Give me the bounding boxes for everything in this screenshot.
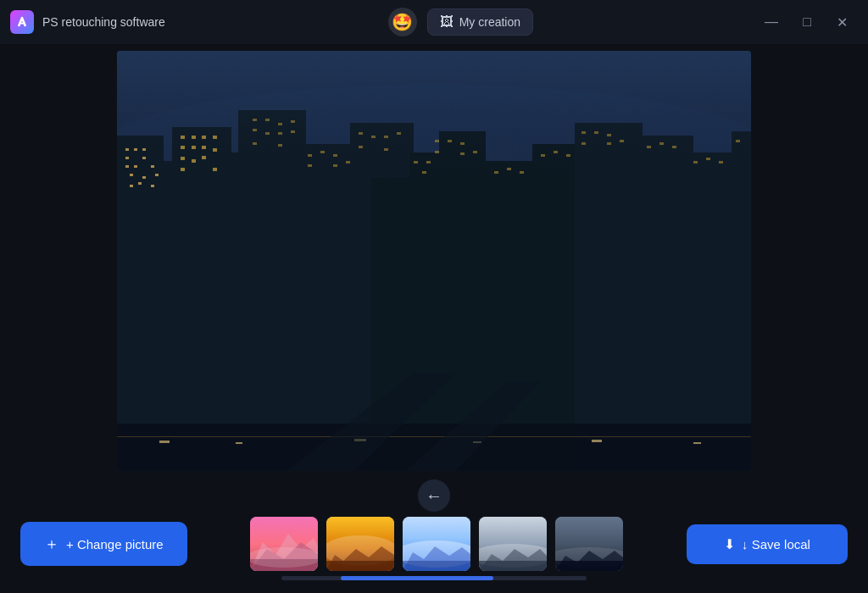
titlebar-controls: — □ ✕ bbox=[756, 7, 858, 37]
app-logo bbox=[10, 10, 34, 34]
back-row: ← bbox=[418, 471, 450, 517]
svg-rect-141 bbox=[403, 561, 470, 571]
svg-rect-119 bbox=[117, 436, 751, 437]
thumbnail-3[interactable] bbox=[403, 517, 470, 571]
thumbnails-row bbox=[201, 517, 673, 571]
svg-rect-125 bbox=[693, 442, 701, 444]
my-creation-button[interactable]: 🖼 My creation bbox=[427, 8, 533, 36]
city-illustration bbox=[117, 51, 751, 471]
thumbnail-1[interactable] bbox=[250, 517, 318, 571]
scrollbar-row bbox=[0, 576, 868, 585]
my-creation-label: My creation bbox=[459, 15, 520, 29]
svg-rect-121 bbox=[236, 442, 242, 444]
scrollbar-track[interactable] bbox=[281, 576, 587, 580]
scrollbar-thumb[interactable] bbox=[341, 576, 493, 580]
titlebar: PS retouching software 🤩 🖼 My creation —… bbox=[0, 0, 868, 44]
back-button[interactable]: ← bbox=[418, 479, 450, 512]
svg-rect-149 bbox=[555, 561, 623, 571]
svg-rect-145 bbox=[479, 561, 547, 571]
maximize-button[interactable]: □ bbox=[792, 7, 822, 37]
thumbnail-5[interactable] bbox=[555, 517, 623, 571]
plus-icon: ＋ bbox=[44, 534, 59, 554]
toolbar-row: ＋ + Change picture bbox=[0, 517, 868, 576]
titlebar-center: 🤩 🖼 My creation bbox=[388, 8, 533, 36]
user-avatar: 🤩 bbox=[388, 8, 417, 36]
image-icon: 🖼 bbox=[440, 14, 453, 30]
svg-rect-124 bbox=[592, 440, 602, 442]
image-canvas bbox=[117, 51, 751, 471]
minimize-button[interactable]: — bbox=[756, 7, 787, 37]
svg-rect-137 bbox=[326, 561, 394, 571]
thumbnail-2[interactable] bbox=[326, 517, 394, 571]
svg-rect-120 bbox=[159, 441, 170, 443]
city-skyline bbox=[117, 51, 751, 471]
change-picture-label: + Change picture bbox=[66, 537, 164, 551]
change-picture-button[interactable]: ＋ + Change picture bbox=[20, 522, 187, 566]
bottom-controls: ← ＋ + Change picture bbox=[0, 471, 868, 585]
thumbnail-4[interactable] bbox=[479, 517, 547, 571]
svg-point-133 bbox=[250, 547, 318, 568]
close-button[interactable]: ✕ bbox=[827, 7, 858, 37]
save-local-label: ↓ Save local bbox=[742, 537, 810, 551]
svg-rect-126 bbox=[117, 51, 751, 203]
titlebar-left: PS retouching software bbox=[10, 10, 165, 34]
download-icon: ⬇ bbox=[724, 536, 735, 552]
main-content: ← ＋ + Change picture bbox=[0, 44, 868, 593]
app-title: PS retouching software bbox=[42, 15, 165, 29]
save-local-button[interactable]: ⬇ ↓ Save local bbox=[687, 524, 848, 564]
